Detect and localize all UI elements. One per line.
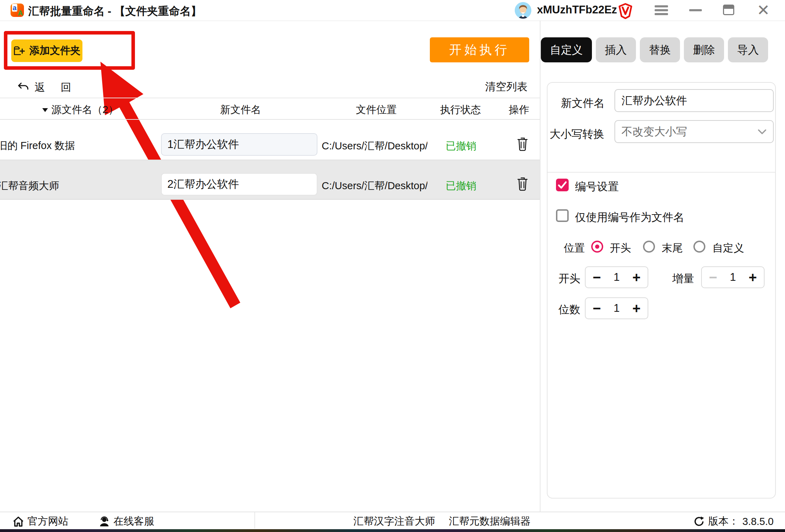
row2-delete-button[interactable]	[517, 177, 529, 193]
tab-delete[interactable]: 删除	[684, 37, 724, 62]
divider	[0, 98, 540, 98]
only-number-checkbox[interactable]	[556, 209, 569, 222]
divider	[0, 199, 540, 200]
version-value: 3.8.5.0	[742, 516, 774, 527]
numbering-checkbox[interactable]	[556, 179, 569, 191]
metadata-tool-label: 汇帮元数据编辑器	[449, 514, 531, 528]
online-support-label: 在线客服	[113, 514, 154, 528]
check-icon	[556, 179, 569, 191]
plus-button[interactable]: +	[632, 301, 641, 315]
column-header-action: 操作	[509, 103, 529, 117]
digits-label: 位数	[558, 302, 580, 317]
tab-replace[interactable]: 替换	[640, 37, 680, 62]
back-button[interactable]: 返 回	[17, 80, 78, 95]
increment-value[interactable]: 1	[730, 271, 736, 284]
row2-file-location: C:/Users/汇帮/Desktop/汇帮	[322, 179, 427, 193]
position-option-end-label[interactable]: 末尾	[662, 241, 683, 255]
case-convert-label: 大小写转换	[550, 127, 604, 142]
trash-icon	[517, 177, 529, 191]
divider	[548, 172, 775, 173]
divider	[0, 119, 540, 120]
metadata-tool-link[interactable]: 汇帮元数据编辑器	[449, 514, 531, 528]
logo-letter-a: a	[12, 4, 17, 12]
official-site-label: 官方网站	[27, 514, 68, 528]
case-convert-select[interactable]: 不改变大小写	[614, 120, 774, 143]
minus-button[interactable]: −	[593, 301, 601, 315]
pinyin-tool-label: 汇帮汉字注音大师	[353, 514, 435, 528]
screen-bottom-strip	[0, 529, 785, 532]
tab-insert[interactable]: 插入	[596, 37, 636, 62]
username-label[interactable]: xMUzhTFb22Ez	[537, 4, 617, 16]
clear-list-button[interactable]: 清空列表	[485, 80, 527, 94]
start-number-stepper: − 1 +	[585, 266, 648, 288]
vip-badge-icon[interactable]	[617, 3, 633, 19]
row1-status-badge: 已撤销	[446, 139, 476, 153]
row1-new-name-input[interactable]	[161, 133, 317, 156]
minus-button-disabled[interactable]: −	[709, 270, 717, 284]
undo-arrow-icon	[17, 81, 30, 94]
version-info[interactable]: 版本： 3.8.5.0	[693, 514, 774, 528]
row1-file-location: C:/Users/汇帮/Desktop/旧的	[322, 139, 427, 153]
row2-new-name-input[interactable]	[161, 173, 317, 196]
customer-service-icon	[99, 516, 110, 527]
new-name-label: 新文件名	[561, 96, 605, 111]
sort-desc-icon	[42, 107, 49, 112]
position-option-custom-label[interactable]: 自定义	[712, 241, 744, 255]
close-button[interactable]: ✕	[757, 2, 770, 18]
hamburger-menu-icon[interactable]	[655, 5, 668, 15]
app-window: a A 汇帮批量重命名 - 【文件夹重命名】 xMUzhTFb22Ez ✕	[0, 0, 785, 532]
pinyin-tool-link[interactable]: 汇帮汉字注音大师	[353, 514, 435, 528]
chevron-down-icon	[758, 129, 767, 135]
position-radio-start[interactable]	[591, 241, 603, 253]
column-header-location: 文件位置	[356, 103, 397, 117]
new-name-input[interactable]	[614, 89, 774, 112]
home-icon	[13, 516, 24, 527]
case-convert-value: 不改变大小写	[622, 124, 758, 139]
start-number-value[interactable]: 1	[613, 271, 619, 284]
plus-button[interactable]: +	[632, 270, 641, 284]
position-option-start-label[interactable]: 开头	[610, 241, 631, 255]
minus-button[interactable]: −	[593, 270, 601, 284]
divider	[254, 512, 255, 528]
only-number-label[interactable]: 仅使用编号作为文件名	[575, 210, 684, 225]
column-header-new-name: 新文件名	[220, 103, 261, 117]
row2-status-badge: 已撤销	[446, 179, 476, 193]
official-site-link[interactable]: 官方网站	[13, 514, 68, 528]
digits-value[interactable]: 1	[613, 302, 619, 315]
mode-tabs: 自定义 插入 替换 删除 导入	[541, 37, 768, 62]
increment-label: 增量	[672, 271, 694, 286]
row1-delete-button[interactable]	[517, 137, 529, 153]
tab-import[interactable]: 导入	[728, 37, 768, 62]
start-execute-label: 开始执行	[449, 42, 510, 58]
minimize-button[interactable]	[689, 9, 702, 11]
maximize-button[interactable]	[723, 5, 734, 15]
app-logo-icon: a A	[11, 4, 24, 17]
start-execute-button[interactable]: 开始执行	[430, 37, 529, 62]
digits-stepper: − 1 +	[585, 297, 648, 319]
column-header-source-label: 源文件名（2）	[51, 103, 118, 117]
settings-panel	[547, 82, 776, 499]
position-radio-end[interactable]	[643, 241, 655, 253]
row1-source-name: 旧的 Firefox 数据	[0, 139, 103, 153]
version-label: 版本：	[708, 514, 739, 528]
row2-source-name: 汇帮音频大师	[0, 179, 104, 193]
tab-custom[interactable]: 自定义	[541, 37, 592, 62]
column-header-source[interactable]: 源文件名（2）	[42, 103, 118, 117]
panel-divider	[540, 20, 540, 512]
increment-stepper: − 1 +	[701, 266, 765, 288]
avatar-illustration	[515, 2, 531, 19]
window-title: 汇帮批量重命名 - 【文件夹重命名】	[28, 4, 202, 19]
annotation-highlight-box	[4, 31, 135, 70]
plus-button[interactable]: +	[749, 270, 757, 284]
position-label: 位置	[564, 241, 585, 255]
title-bar: a A 汇帮批量重命名 - 【文件夹重命名】 xMUzhTFb22Ez ✕	[0, 0, 785, 21]
back-label: 返 回	[35, 80, 78, 95]
user-avatar[interactable]	[515, 2, 531, 19]
online-support-link[interactable]: 在线客服	[99, 514, 154, 528]
numbering-label[interactable]: 编号设置	[575, 179, 619, 194]
position-radio-custom[interactable]	[693, 241, 705, 253]
refresh-icon	[693, 516, 705, 527]
column-header-status: 执行状态	[440, 103, 481, 117]
trash-icon	[517, 137, 529, 151]
start-number-label: 开头	[558, 271, 580, 286]
